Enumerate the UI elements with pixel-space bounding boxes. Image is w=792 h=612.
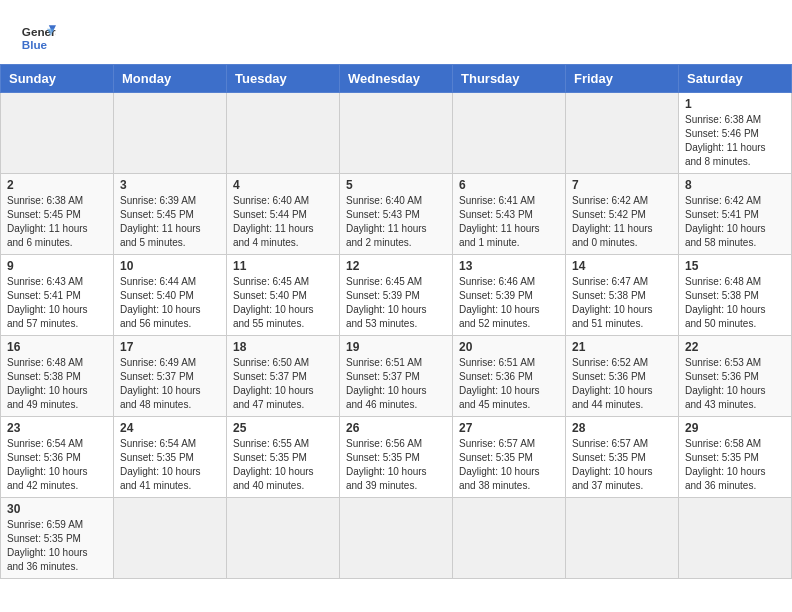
day-number: 27 [459, 421, 559, 435]
calendar-cell: 26Sunrise: 6:56 AM Sunset: 5:35 PM Dayli… [340, 417, 453, 498]
calendar-cell: 25Sunrise: 6:55 AM Sunset: 5:35 PM Dayli… [227, 417, 340, 498]
calendar-cell: 4Sunrise: 6:40 AM Sunset: 5:44 PM Daylig… [227, 174, 340, 255]
day-number: 21 [572, 340, 672, 354]
weekday-header-wednesday: Wednesday [340, 65, 453, 93]
day-info: Sunrise: 6:58 AM Sunset: 5:35 PM Dayligh… [685, 437, 785, 493]
weekday-header-saturday: Saturday [679, 65, 792, 93]
page-header: General Blue [0, 0, 792, 64]
day-number: 25 [233, 421, 333, 435]
svg-text:Blue: Blue [22, 38, 48, 51]
day-number: 12 [346, 259, 446, 273]
calendar-cell [566, 93, 679, 174]
calendar-cell: 22Sunrise: 6:53 AM Sunset: 5:36 PM Dayli… [679, 336, 792, 417]
day-info: Sunrise: 6:40 AM Sunset: 5:44 PM Dayligh… [233, 194, 333, 250]
weekday-header-sunday: Sunday [1, 65, 114, 93]
calendar-cell [679, 498, 792, 579]
calendar-cell: 21Sunrise: 6:52 AM Sunset: 5:36 PM Dayli… [566, 336, 679, 417]
day-number: 30 [7, 502, 107, 516]
calendar-cell: 2Sunrise: 6:38 AM Sunset: 5:45 PM Daylig… [1, 174, 114, 255]
day-number: 29 [685, 421, 785, 435]
day-number: 13 [459, 259, 559, 273]
calendar-table: SundayMondayTuesdayWednesdayThursdayFrid… [0, 64, 792, 579]
day-number: 15 [685, 259, 785, 273]
calendar-cell: 24Sunrise: 6:54 AM Sunset: 5:35 PM Dayli… [114, 417, 227, 498]
day-number: 14 [572, 259, 672, 273]
calendar-cell: 7Sunrise: 6:42 AM Sunset: 5:42 PM Daylig… [566, 174, 679, 255]
day-number: 11 [233, 259, 333, 273]
day-info: Sunrise: 6:54 AM Sunset: 5:35 PM Dayligh… [120, 437, 220, 493]
day-info: Sunrise: 6:59 AM Sunset: 5:35 PM Dayligh… [7, 518, 107, 574]
day-number: 3 [120, 178, 220, 192]
day-info: Sunrise: 6:57 AM Sunset: 5:35 PM Dayligh… [459, 437, 559, 493]
day-number: 24 [120, 421, 220, 435]
day-info: Sunrise: 6:42 AM Sunset: 5:42 PM Dayligh… [572, 194, 672, 250]
day-number: 9 [7, 259, 107, 273]
day-info: Sunrise: 6:38 AM Sunset: 5:45 PM Dayligh… [7, 194, 107, 250]
calendar-cell [566, 498, 679, 579]
day-info: Sunrise: 6:55 AM Sunset: 5:35 PM Dayligh… [233, 437, 333, 493]
day-number: 10 [120, 259, 220, 273]
day-number: 28 [572, 421, 672, 435]
calendar-cell: 12Sunrise: 6:45 AM Sunset: 5:39 PM Dayli… [340, 255, 453, 336]
day-info: Sunrise: 6:53 AM Sunset: 5:36 PM Dayligh… [685, 356, 785, 412]
calendar-cell [1, 93, 114, 174]
calendar-cell: 10Sunrise: 6:44 AM Sunset: 5:40 PM Dayli… [114, 255, 227, 336]
calendar-cell [340, 498, 453, 579]
day-info: Sunrise: 6:45 AM Sunset: 5:40 PM Dayligh… [233, 275, 333, 331]
day-number: 4 [233, 178, 333, 192]
day-info: Sunrise: 6:50 AM Sunset: 5:37 PM Dayligh… [233, 356, 333, 412]
day-number: 20 [459, 340, 559, 354]
day-info: Sunrise: 6:56 AM Sunset: 5:35 PM Dayligh… [346, 437, 446, 493]
calendar-cell: 27Sunrise: 6:57 AM Sunset: 5:35 PM Dayli… [453, 417, 566, 498]
calendar-cell: 14Sunrise: 6:47 AM Sunset: 5:38 PM Dayli… [566, 255, 679, 336]
weekday-header-thursday: Thursday [453, 65, 566, 93]
calendar-cell [114, 498, 227, 579]
calendar-cell: 30Sunrise: 6:59 AM Sunset: 5:35 PM Dayli… [1, 498, 114, 579]
calendar-cell [227, 93, 340, 174]
day-number: 7 [572, 178, 672, 192]
day-info: Sunrise: 6:47 AM Sunset: 5:38 PM Dayligh… [572, 275, 672, 331]
calendar-cell: 3Sunrise: 6:39 AM Sunset: 5:45 PM Daylig… [114, 174, 227, 255]
calendar-cell: 11Sunrise: 6:45 AM Sunset: 5:40 PM Dayli… [227, 255, 340, 336]
day-number: 16 [7, 340, 107, 354]
calendar-cell: 15Sunrise: 6:48 AM Sunset: 5:38 PM Dayli… [679, 255, 792, 336]
calendar-cell [453, 93, 566, 174]
day-info: Sunrise: 6:48 AM Sunset: 5:38 PM Dayligh… [685, 275, 785, 331]
calendar-cell [453, 498, 566, 579]
day-number: 18 [233, 340, 333, 354]
calendar-cell: 13Sunrise: 6:46 AM Sunset: 5:39 PM Dayli… [453, 255, 566, 336]
day-number: 5 [346, 178, 446, 192]
day-info: Sunrise: 6:52 AM Sunset: 5:36 PM Dayligh… [572, 356, 672, 412]
day-number: 26 [346, 421, 446, 435]
day-info: Sunrise: 6:40 AM Sunset: 5:43 PM Dayligh… [346, 194, 446, 250]
day-info: Sunrise: 6:41 AM Sunset: 5:43 PM Dayligh… [459, 194, 559, 250]
day-info: Sunrise: 6:45 AM Sunset: 5:39 PM Dayligh… [346, 275, 446, 331]
day-info: Sunrise: 6:57 AM Sunset: 5:35 PM Dayligh… [572, 437, 672, 493]
weekday-header-friday: Friday [566, 65, 679, 93]
calendar-cell: 6Sunrise: 6:41 AM Sunset: 5:43 PM Daylig… [453, 174, 566, 255]
day-info: Sunrise: 6:43 AM Sunset: 5:41 PM Dayligh… [7, 275, 107, 331]
calendar-cell [114, 93, 227, 174]
day-number: 1 [685, 97, 785, 111]
calendar-cell: 29Sunrise: 6:58 AM Sunset: 5:35 PM Dayli… [679, 417, 792, 498]
day-number: 6 [459, 178, 559, 192]
day-info: Sunrise: 6:39 AM Sunset: 5:45 PM Dayligh… [120, 194, 220, 250]
calendar-cell: 19Sunrise: 6:51 AM Sunset: 5:37 PM Dayli… [340, 336, 453, 417]
day-number: 17 [120, 340, 220, 354]
day-info: Sunrise: 6:49 AM Sunset: 5:37 PM Dayligh… [120, 356, 220, 412]
day-info: Sunrise: 6:48 AM Sunset: 5:38 PM Dayligh… [7, 356, 107, 412]
day-number: 23 [7, 421, 107, 435]
calendar-cell: 9Sunrise: 6:43 AM Sunset: 5:41 PM Daylig… [1, 255, 114, 336]
calendar-cell: 17Sunrise: 6:49 AM Sunset: 5:37 PM Dayli… [114, 336, 227, 417]
day-info: Sunrise: 6:54 AM Sunset: 5:36 PM Dayligh… [7, 437, 107, 493]
calendar-cell: 1Sunrise: 6:38 AM Sunset: 5:46 PM Daylig… [679, 93, 792, 174]
day-number: 19 [346, 340, 446, 354]
calendar-cell: 20Sunrise: 6:51 AM Sunset: 5:36 PM Dayli… [453, 336, 566, 417]
logo-icon: General Blue [20, 18, 56, 54]
day-info: Sunrise: 6:46 AM Sunset: 5:39 PM Dayligh… [459, 275, 559, 331]
calendar-cell: 28Sunrise: 6:57 AM Sunset: 5:35 PM Dayli… [566, 417, 679, 498]
weekday-header-monday: Monday [114, 65, 227, 93]
calendar-cell: 5Sunrise: 6:40 AM Sunset: 5:43 PM Daylig… [340, 174, 453, 255]
day-info: Sunrise: 6:51 AM Sunset: 5:37 PM Dayligh… [346, 356, 446, 412]
day-info: Sunrise: 6:51 AM Sunset: 5:36 PM Dayligh… [459, 356, 559, 412]
